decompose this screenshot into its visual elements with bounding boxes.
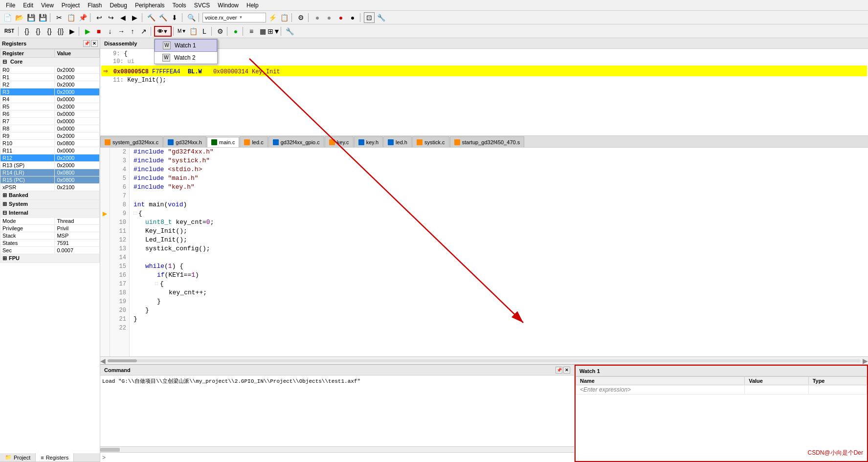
- cmd-input-area[interactable]: >: [100, 452, 574, 462]
- menu-view[interactable]: View: [37, 1, 58, 10]
- internal-group[interactable]: ⊟Internal: [0, 209, 100, 218]
- undo-btn[interactable]: ↩: [94, 12, 105, 23]
- run-cursor-btn[interactable]: ↗: [138, 26, 149, 37]
- rst-btn[interactable]: RST: [2, 26, 17, 37]
- reg-r4[interactable]: R4 0x0000: [0, 96, 100, 103]
- target-btn[interactable]: ⊡: [364, 12, 375, 23]
- reg-sec[interactable]: Sec 0.0007: [0, 247, 100, 254]
- menu-flash[interactable]: Flash: [84, 1, 106, 10]
- code-scrollbar[interactable]: ◀ ▶: [100, 356, 868, 364]
- step4-btn[interactable]: {|}: [55, 26, 66, 37]
- open-btn[interactable]: 📂: [14, 12, 24, 23]
- tab-system[interactable]: system_gd32f4xx.c: [100, 136, 163, 147]
- menu-window[interactable]: Window: [214, 1, 243, 10]
- reg-stack[interactable]: Stack MSP: [0, 232, 100, 240]
- reg-r8[interactable]: R8 0x0000: [0, 125, 100, 132]
- voice-combo[interactable]: voice.rx_over ▼: [202, 13, 266, 22]
- reg-r7[interactable]: R7 0x0000: [0, 118, 100, 125]
- code-scroll-track[interactable]: [108, 359, 861, 362]
- arrow-btn[interactable]: ▶: [67, 26, 77, 37]
- locals-btn[interactable]: L: [199, 26, 210, 37]
- new-btn[interactable]: 📄: [2, 12, 13, 23]
- tab-startup[interactable]: startup_gd32f450_470.s: [450, 136, 525, 147]
- menu-edit[interactable]: Edit: [19, 1, 37, 10]
- reg-r14[interactable]: R14 (LR) 0x0800: [0, 169, 100, 176]
- tab-gpio[interactable]: gd32f4xx_gpio.c: [268, 136, 324, 147]
- extra4[interactable]: 🔧: [284, 26, 295, 37]
- reg-privilege[interactable]: Privilege Privil: [0, 225, 100, 232]
- circle1[interactable]: ●: [312, 12, 323, 23]
- extra1[interactable]: ≡: [246, 26, 257, 37]
- tab-led[interactable]: led.c: [240, 136, 267, 147]
- step2-btn[interactable]: {}: [33, 26, 44, 37]
- reg-r2[interactable]: R2 0x2000: [0, 81, 100, 88]
- extra2[interactable]: ▦: [257, 26, 268, 37]
- watch2-option[interactable]: W Watch 2: [155, 52, 217, 64]
- panel-close-icon[interactable]: ✕: [91, 40, 98, 47]
- cmd-close-icon[interactable]: ✕: [563, 367, 570, 374]
- extra3[interactable]: ⊞▼: [268, 26, 279, 37]
- build-btn[interactable]: 🔨: [146, 12, 156, 23]
- registers-tab[interactable]: ≡ Registers: [36, 453, 74, 462]
- tab-systick[interactable]: systick.c: [412, 136, 449, 147]
- tab-ledh[interactable]: led.h: [383, 136, 412, 147]
- reg-r15[interactable]: R15 (PC) 0x0800: [0, 176, 100, 184]
- code-editor[interactable]: ▶ 2 3 4 5 6 7 8 9 10: [100, 148, 868, 356]
- back-btn[interactable]: ◀: [117, 12, 128, 23]
- reg-r11[interactable]: R11 0x0000: [0, 147, 100, 154]
- panel-pin-icon[interactable]: 📌: [83, 40, 90, 47]
- banked-group[interactable]: ⊞Banked: [0, 191, 100, 200]
- step-over-btn[interactable]: →: [116, 26, 127, 37]
- cmd-pin-icon[interactable]: 📌: [556, 367, 562, 374]
- run-btn[interactable]: ▶: [82, 26, 93, 37]
- combo-extra1[interactable]: ⚡: [267, 12, 278, 23]
- reg-r12[interactable]: R12 0x2000: [0, 154, 100, 162]
- stop-dbg-btn[interactable]: ■: [93, 26, 104, 37]
- tab-keyh[interactable]: key.h: [354, 136, 383, 147]
- watch-enter-expr[interactable]: <Enter expression>: [576, 385, 745, 395]
- save-all-btn[interactable]: 💾: [37, 12, 48, 23]
- mem-btn[interactable]: M▼: [177, 26, 187, 37]
- disasm-btn[interactable]: 📋: [188, 26, 199, 37]
- cmd-scrollbar[interactable]: [100, 446, 574, 452]
- cut-btn[interactable]: ✂: [54, 12, 65, 23]
- download-btn[interactable]: ⬇: [169, 12, 180, 23]
- menu-help[interactable]: Help: [243, 1, 263, 10]
- redo-btn[interactable]: ↪: [106, 12, 116, 23]
- menu-tools[interactable]: Tools: [169, 1, 190, 10]
- options-btn[interactable]: ⚙: [295, 12, 306, 23]
- reg-r9[interactable]: R9 0x2000: [0, 132, 100, 140]
- step-reset-btn[interactable]: {}: [22, 26, 32, 37]
- paste-btn[interactable]: 📌: [77, 12, 88, 23]
- reg-r13[interactable]: R13 (SP) 0x2000: [0, 162, 100, 169]
- rebuild-btn[interactable]: 🔨: [157, 12, 168, 23]
- watch-enter-row[interactable]: <Enter expression>: [576, 385, 867, 395]
- reg-mode[interactable]: Mode Thread: [0, 218, 100, 225]
- menu-svcs[interactable]: SVCS: [190, 1, 214, 10]
- cmd-input-field[interactable]: [108, 455, 572, 461]
- reg-r5[interactable]: R5 0x2000: [0, 103, 100, 110]
- watch-dropdown-btn[interactable]: 👁▼: [154, 26, 172, 37]
- step3-btn[interactable]: {}: [44, 26, 55, 37]
- cfg-btn[interactable]: ⚙: [215, 26, 225, 37]
- code-scroll-right-icon[interactable]: ▶: [863, 357, 868, 365]
- menu-debug[interactable]: Debug: [106, 1, 131, 10]
- circle4[interactable]: ●: [347, 12, 358, 23]
- step-in-btn[interactable]: ↓: [105, 26, 115, 37]
- fpu-group[interactable]: ⊞FPU: [0, 254, 100, 263]
- watch1-option[interactable]: W Watch 1: [155, 39, 217, 52]
- reg-xpsr[interactable]: xPSR 0x2100: [0, 184, 100, 191]
- menu-peripherals[interactable]: Peripherals: [131, 1, 169, 10]
- reg-r1[interactable]: R1 0x2000: [0, 74, 100, 81]
- reg-r0[interactable]: R0 0x2000: [0, 66, 100, 74]
- menu-file[interactable]: File: [2, 1, 19, 10]
- reg-r6[interactable]: R6 0x0000: [0, 110, 100, 118]
- tab-main[interactable]: main.c: [207, 137, 239, 148]
- reg-states[interactable]: States 7591: [0, 240, 100, 247]
- step-out-btn[interactable]: ↑: [127, 26, 138, 37]
- save-btn[interactable]: 💾: [25, 12, 36, 23]
- system-group[interactable]: ⊞System: [0, 200, 100, 209]
- circle2[interactable]: ●: [324, 12, 334, 23]
- search-btn[interactable]: 🔍: [186, 12, 197, 23]
- reg-r10[interactable]: R10 0x0800: [0, 140, 100, 147]
